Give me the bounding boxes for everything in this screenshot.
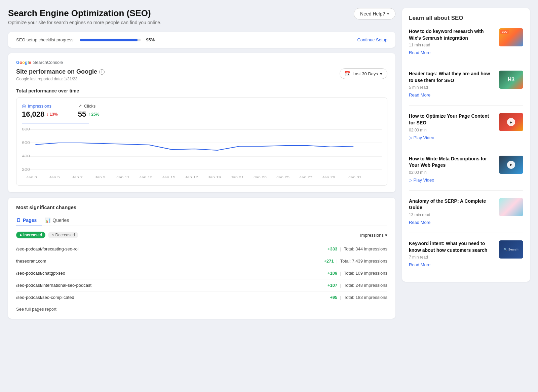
read-more-link[interactable]: Read More bbox=[409, 92, 430, 97]
site-performance-title: Site performance on Google bbox=[16, 68, 97, 75]
data-rows: /seo-podcast/forecasting-seo-roi +333 | … bbox=[16, 243, 387, 303]
progress-label: SEO setup checklist progress: bbox=[16, 37, 75, 42]
row-change: +271 bbox=[324, 259, 334, 264]
play-video-link[interactable]: ▷ Play Video bbox=[409, 178, 434, 183]
progress-bar-track bbox=[80, 39, 141, 41]
continue-setup-link[interactable]: Continue Setup bbox=[357, 37, 387, 42]
svg-text:Jan 7: Jan 7 bbox=[72, 175, 83, 179]
calendar-icon: 📅 bbox=[345, 71, 350, 76]
svg-text:Jan 3: Jan 3 bbox=[26, 175, 37, 179]
svg-text:600: 600 bbox=[22, 141, 30, 145]
decreased-badge[interactable]: ○ Decreased bbox=[48, 232, 78, 238]
date-range-label: Last 30 Days bbox=[352, 71, 378, 76]
svg-text:Jan 9: Jan 9 bbox=[95, 175, 106, 179]
increased-label: Increased bbox=[23, 233, 42, 237]
tab-queries[interactable]: 📊 Queries bbox=[45, 215, 74, 226]
sidebar-column: Learn all about SEO How to do keyword re… bbox=[402, 8, 530, 319]
article-meta: 11 min read bbox=[409, 43, 494, 47]
thumbnail-6: 🔍 Search bbox=[499, 240, 523, 259]
row-total: Total: 7,439 impressions bbox=[340, 259, 387, 264]
article-title: Keyword intent: What you need to know ab… bbox=[409, 240, 494, 253]
impressions-label: Impressions bbox=[28, 104, 51, 109]
svg-text:Jan 13: Jan 13 bbox=[139, 175, 152, 179]
svg-text:Jan 29: Jan 29 bbox=[322, 175, 335, 179]
pages-tab-icon: 🗒 bbox=[16, 218, 21, 223]
row-url: /seo-podcast/chatgpt-seo bbox=[16, 271, 65, 276]
sort-chevron-icon: ▾ bbox=[385, 233, 387, 238]
list-item: Header tags: What they are and how to us… bbox=[409, 71, 523, 106]
svg-text:Jan 19: Jan 19 bbox=[208, 175, 221, 179]
svg-text:Jan 31: Jan 31 bbox=[348, 175, 361, 179]
clicks-label: Clicks bbox=[84, 104, 96, 109]
help-label: Need Help? bbox=[360, 11, 385, 16]
info-icon[interactable]: i bbox=[99, 69, 105, 75]
table-row: theseorant.com +271 | Total: 7,439 impre… bbox=[16, 255, 387, 267]
increased-badge[interactable]: ● Increased bbox=[16, 232, 45, 238]
svg-text:Jan 23: Jan 23 bbox=[254, 175, 267, 179]
row-total: Total: 183 impressions bbox=[344, 295, 387, 300]
list-item: Anatomy of the SERP: A Complete Guide 13… bbox=[409, 198, 523, 233]
svg-text:800: 800 bbox=[22, 127, 30, 131]
article-title: Anatomy of the SERP: A Complete Guide bbox=[409, 198, 494, 211]
row-total: Total: 248 impressions bbox=[344, 283, 387, 288]
clicks-value: 55 bbox=[78, 110, 86, 119]
progress-bar-fill bbox=[80, 39, 138, 41]
play-icon: ▶ bbox=[507, 118, 515, 126]
play-icon: ▶ bbox=[507, 161, 515, 169]
svg-text:Jan 21: Jan 21 bbox=[231, 175, 244, 179]
svg-text:200: 200 bbox=[22, 168, 30, 171]
row-url: /seo-podcast/international-seo-podcast bbox=[16, 283, 91, 288]
metrics-box: ◎ Impressions 16,028 ↓ 13% ↗ Click bbox=[16, 97, 387, 186]
thumbnail-5 bbox=[499, 198, 523, 216]
impressions-sort[interactable]: Impressions ▾ bbox=[360, 233, 387, 238]
table-row: /seo-podcast/seo-complicated +95 | Total… bbox=[16, 291, 387, 303]
thumbnail-1: SEO bbox=[499, 28, 523, 46]
list-item: How to do keyword research with Wix's Se… bbox=[409, 28, 523, 63]
svg-text:400: 400 bbox=[22, 154, 30, 158]
row-total: Total: 109 impressions bbox=[344, 271, 387, 276]
svg-text:Jan 5: Jan 5 bbox=[49, 175, 60, 179]
thumbnail-4: ▶ bbox=[499, 156, 523, 174]
article-meta: 13 min read bbox=[409, 212, 494, 217]
need-help-button[interactable]: Need Help? ▾ bbox=[354, 8, 395, 19]
page-subtitle: Optimize your site for search engines so… bbox=[8, 20, 161, 25]
impressions-value: 16,028 bbox=[22, 110, 44, 119]
svg-text:Jan 25: Jan 25 bbox=[276, 175, 290, 179]
read-more-link[interactable]: Read More bbox=[409, 262, 430, 267]
decreased-dot: ○ bbox=[51, 233, 54, 237]
google-logo: Google SearchConsole bbox=[16, 60, 387, 65]
video-meta: 02:00 min bbox=[409, 128, 494, 132]
see-full-report-link[interactable]: See full pages report bbox=[16, 307, 56, 312]
svg-text:Jan 11: Jan 11 bbox=[116, 175, 129, 179]
row-change: +109 bbox=[328, 271, 337, 276]
row-url: theseorant.com bbox=[16, 259, 46, 264]
queries-tab-icon: 📊 bbox=[45, 218, 50, 223]
read-more-link[interactable]: Read More bbox=[409, 220, 430, 225]
console-card: Google SearchConsole Site performance on… bbox=[8, 53, 395, 192]
impressions-underline bbox=[22, 123, 89, 123]
table-row: /seo-podcast/forecasting-seo-roi +333 | … bbox=[16, 243, 387, 255]
row-change: +95 bbox=[330, 295, 337, 300]
clicks-arrow-icon: ↗ bbox=[78, 103, 82, 109]
tab-pages[interactable]: 🗒 Pages bbox=[16, 215, 42, 226]
list-item: Keyword intent: What you need to know ab… bbox=[409, 240, 523, 275]
article-meta: 7 min read bbox=[409, 255, 494, 260]
performance-chart: 800 600 400 200 Jan 3 Jan 5 Jan 7 Jan 9 … bbox=[22, 126, 382, 180]
read-more-link[interactable]: Read More bbox=[409, 50, 430, 55]
play-video-link[interactable]: ▷ Play Video bbox=[409, 135, 434, 140]
sidebar-title: Learn all about SEO bbox=[409, 15, 523, 22]
progress-card: SEO setup checklist progress: 95% Contin… bbox=[8, 32, 395, 48]
tabs-row: 🗒 Pages 📊 Queries bbox=[16, 215, 387, 226]
increased-dot: ● bbox=[20, 233, 22, 237]
row-url: /seo-podcast/forecasting-seo-roi bbox=[16, 246, 79, 251]
chevron-down-icon: ▾ bbox=[387, 11, 389, 16]
table-row: /seo-podcast/international-seo-podcast +… bbox=[16, 279, 387, 291]
decreased-label: Decreased bbox=[55, 233, 75, 237]
article-title: Header tags: What they are and how to us… bbox=[409, 71, 494, 84]
clicks-change: ↑ 25% bbox=[88, 112, 99, 117]
video-title: How to Optimize Your Page Content for SE… bbox=[409, 113, 494, 126]
chevron-down-icon: ▾ bbox=[380, 71, 382, 76]
queries-tab-label: Queries bbox=[52, 218, 69, 223]
date-range-button[interactable]: 📅 Last 30 Days ▾ bbox=[340, 68, 387, 79]
article-meta: 5 min read bbox=[409, 85, 494, 90]
